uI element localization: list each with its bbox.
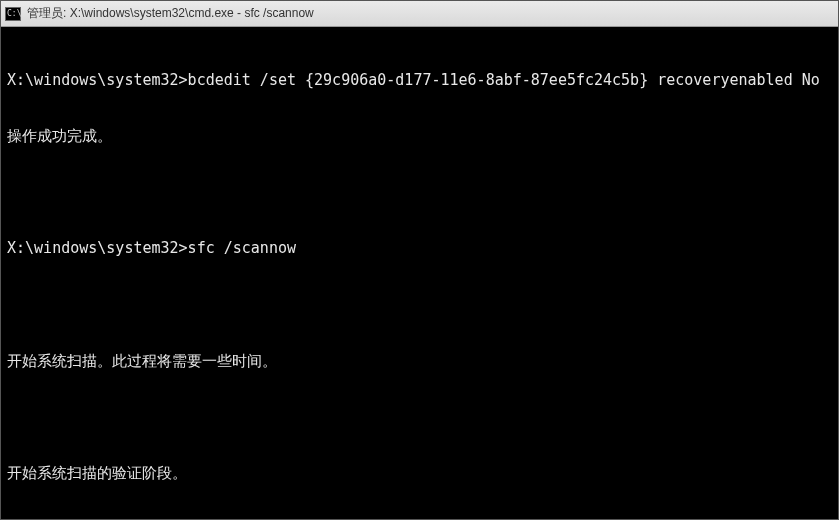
output-blank: [7, 296, 832, 315]
cmd-icon: C:\: [5, 7, 21, 21]
cmd-window: C:\ 管理员: X:\windows\system32\cmd.exe - s…: [0, 0, 839, 520]
output-line: 操作成功完成。: [7, 127, 832, 146]
titlebar[interactable]: C:\ 管理员: X:\windows\system32\cmd.exe - s…: [1, 1, 838, 27]
output-line: X:\windows\system32>bcdedit /set {29c906…: [7, 71, 832, 90]
output-blank: [7, 183, 832, 202]
output-blank: [7, 408, 832, 427]
output-line: X:\windows\system32>sfc /scannow: [7, 239, 832, 258]
window-title: 管理员: X:\windows\system32\cmd.exe - sfc /…: [27, 5, 314, 22]
terminal-output[interactable]: X:\windows\system32>bcdedit /set {29c906…: [1, 27, 838, 519]
cmd-icon-glyph: C:\: [7, 10, 21, 18]
output-line: 开始系统扫描的验证阶段。: [7, 464, 832, 483]
output-line: 开始系统扫描。此过程将需要一些时间。: [7, 352, 832, 371]
